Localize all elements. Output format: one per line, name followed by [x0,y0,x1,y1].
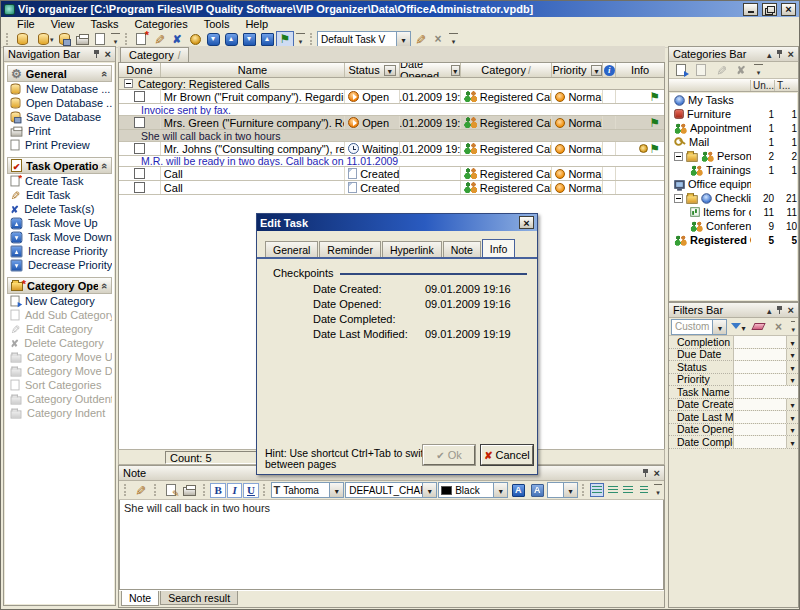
nav-section-task-operations[interactable]: Task Operations [7,157,112,174]
pin-icon[interactable] [93,49,101,59]
grow-font-button[interactable] [509,482,527,498]
nav-item-edit-task[interactable]: Edit Task [7,188,112,202]
toolbar-grip[interactable] [263,484,267,496]
tab-note[interactable]: Note [443,241,481,257]
tab-info[interactable]: Info [482,239,516,257]
tab-note[interactable]: Note [121,591,159,606]
nav-item-open-database[interactable]: Open Database ... [7,96,112,110]
delete-category-button[interactable] [732,62,750,78]
table-row[interactable]: Call Created Registered Calls Normal [119,167,664,181]
apply-filter-button[interactable] [729,319,747,335]
print-button[interactable] [73,31,91,47]
char-style-combo[interactable]: DEFAULT_CHAR [345,482,437,498]
table-row[interactable]: Mr. Johns ("Consulting company"), regard… [119,142,664,156]
open-database-button[interactable] [31,31,55,47]
nav-item-category-indent[interactable]: Category Indent [7,406,112,420]
category-tree-item-my-tasks[interactable]: My Tasks [670,93,797,107]
align-right-button[interactable] [621,483,636,497]
task-note-row[interactable]: Invoice sent by fax. [119,104,664,116]
column-header-total[interactable]: T... [774,80,798,91]
show-info-flags-toggle[interactable] [276,31,294,47]
grouping-tab-category[interactable]: Category [120,47,189,62]
save-database-button[interactable] [55,31,73,47]
menu-file[interactable]: File [9,17,43,31]
print-preview-button[interactable] [91,31,109,47]
nav-item-category-move-down[interactable]: Category Move Down [7,364,112,378]
task-view-combo[interactable]: Default Task V [317,31,411,47]
toolbar-overflow-button[interactable] [791,321,795,333]
close-icon[interactable] [788,48,794,60]
nav-item-create-task[interactable]: Create Task [7,174,112,188]
nav-item-sort-categories[interactable]: Sort Categories [7,378,112,392]
collapse-icon[interactable] [767,304,772,316]
category-tree-item-appointments[interactable]: Appointments11 [670,121,797,135]
italic-button[interactable] [227,483,242,498]
column-header-uncompleted[interactable]: Un... [750,80,774,91]
nav-item-print-preview[interactable]: Print Preview [7,138,112,152]
restore-button[interactable] [762,3,777,16]
chevron-down-icon[interactable] [329,483,343,497]
category-tree-item-registered-calls[interactable]: Registered Calls55 [670,233,797,247]
underline-button[interactable] [243,483,258,498]
collapse-chevron-icon[interactable] [102,68,108,80]
tab-search-result[interactable]: Search result [160,591,238,605]
save-note-button[interactable] [132,482,150,498]
table-row[interactable]: Call Created Registered Calls Normal [119,181,664,195]
menu-categories[interactable]: Categories [127,17,196,31]
nav-item-task-move-down[interactable]: Task Move Down [7,230,112,244]
done-checkbox[interactable] [134,117,145,128]
tab-reminder[interactable]: Reminder [319,241,381,257]
category-tree-item-trainings[interactable]: Trainings11 [670,163,797,177]
column-header-info[interactable]: Info [616,63,664,77]
edit-category-button[interactable] [712,62,730,78]
collapse-icon[interactable] [674,152,683,161]
chevron-down-icon[interactable] [786,361,798,373]
toolbar-grip[interactable] [125,33,129,45]
done-checkbox[interactable] [134,168,145,179]
nav-item-delete-category[interactable]: Delete Category [7,336,112,350]
new-database-button[interactable] [13,31,31,47]
nav-item-add-sub-category[interactable]: Add Sub Category [7,308,112,322]
toolbar-overflow-button[interactable] [754,64,763,76]
toolbar-grip[interactable] [310,33,314,45]
toolbar-grip[interactable] [6,33,10,45]
filter-value[interactable] [733,374,786,386]
nav-item-category-outdent[interactable]: Category Outdent [7,392,112,406]
collapse-icon[interactable] [674,194,683,203]
align-left-button[interactable] [590,483,605,497]
category-tree-item-conference[interactable]: Conference marke910 [670,219,797,233]
nav-section-general[interactable]: General [7,65,112,82]
filter-row-date-last-modified[interactable]: Date Last Modifi [669,411,798,424]
window-titlebar[interactable]: Vip organizer [C:\Program Files\VIP Qual… [1,1,799,17]
column-header-name[interactable]: Name [161,63,345,77]
delete-filter-button[interactable] [769,319,787,335]
menu-view[interactable]: View [43,17,83,31]
category-tree-item-office-equipment[interactable]: Office equipment [670,177,797,191]
group-row[interactable]: Category: Registered Calls [119,78,664,90]
column-header-done[interactable]: Done [119,63,161,77]
toolbar-grip[interactable] [203,484,207,496]
dialog-titlebar[interactable]: Edit Task [257,214,537,231]
done-checkbox[interactable] [134,182,145,193]
menu-tasks[interactable]: Tasks [82,17,126,31]
chevron-down-icon[interactable] [786,411,798,423]
pin-icon[interactable] [776,305,784,315]
nav-item-print[interactable]: Print [7,124,112,138]
filter-row-date-opened[interactable]: Date Opened [669,424,798,437]
close-icon[interactable] [654,467,660,479]
toolbar-overflow-button[interactable] [654,484,662,496]
nav-item-new-category[interactable]: New Category [7,294,112,308]
chevron-down-icon[interactable] [786,424,798,436]
collapse-chevron-icon[interactable] [102,280,108,292]
column-header-status[interactable]: Status [345,63,400,77]
task-move-down-button[interactable] [204,31,222,47]
complete-task-button[interactable] [186,31,204,47]
close-icon[interactable] [788,304,794,316]
collapse-chevron-icon[interactable] [102,160,108,172]
close-icon[interactable] [105,48,111,60]
nav-section-category-operations[interactable]: Category Operati... [7,277,112,294]
menu-tools[interactable]: Tools [196,17,238,31]
filter-dropdown-button[interactable] [384,65,396,76]
shrink-font-button[interactable] [528,482,546,498]
toolbar-overflow-button[interactable] [449,33,458,45]
